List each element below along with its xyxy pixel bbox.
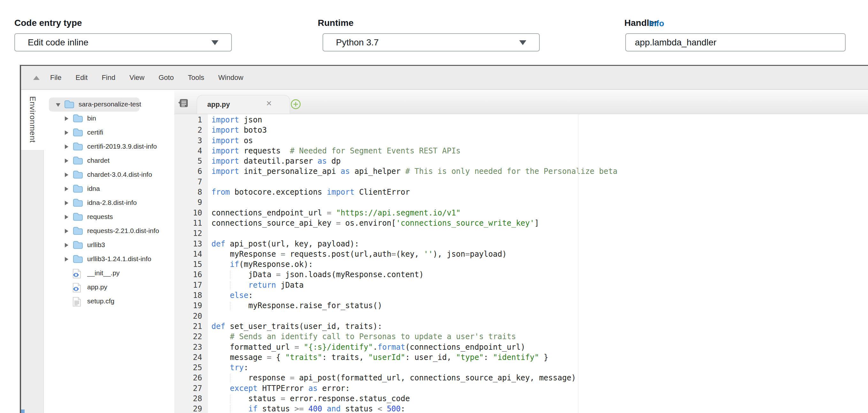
menu-item-goto[interactable]: Goto	[158, 73, 174, 82]
chevron-down-icon	[519, 40, 526, 45]
folder-icon	[72, 156, 83, 166]
code-entry-type-label: Code entry type	[14, 18, 82, 28]
code-line-28: status = error.response.status_code	[211, 393, 868, 404]
sidebar-tab-environment[interactable]: Environment	[21, 90, 44, 150]
runtime-select[interactable]: Python 3.7	[322, 33, 540, 52]
tree-item-certifi[interactable]: certifi	[44, 126, 195, 140]
close-icon[interactable]: ×	[266, 98, 272, 109]
chevron-closed-icon[interactable]	[65, 243, 68, 247]
line-number: 2	[174, 125, 208, 135]
code-line-15: if(myResponse.ok):	[211, 259, 868, 269]
menu-item-edit[interactable]: Edit	[75, 73, 88, 82]
tree-item-sara-personalize-test[interactable]: sara-personalize-test	[44, 97, 195, 112]
code-line-13: def api_post(url, key, payload):	[211, 239, 868, 249]
tree-item-urllib3-1.24.1.dist-info[interactable]: urllib3-1.24.1.dist-info	[44, 252, 195, 266]
code-line-2: import boto3	[211, 125, 868, 135]
tree-item-idna[interactable]: idna	[44, 182, 195, 196]
code-editor[interactable]: 1234567891011121314151617181920212223242…	[174, 114, 868, 413]
menu-item-find[interactable]: Find	[101, 73, 115, 82]
code-line-25: try:	[211, 362, 868, 373]
tree-item-setup.cfg[interactable]: setup.cfg	[44, 294, 195, 308]
tree-item-label: requests-2.21.0.dist-info	[87, 227, 159, 235]
tree-item-bin[interactable]: bin	[44, 112, 195, 126]
menu-item-tools[interactable]: Tools	[188, 73, 204, 82]
chevron-closed-icon[interactable]	[65, 130, 68, 135]
tree-item-label: bin	[87, 114, 96, 122]
tree-item-label: setup.cfg	[87, 297, 114, 305]
tree-item-label: certifi-2019.3.9.dist-info	[87, 143, 157, 150]
code-line-10: connections_endpoint_url = "https://api.…	[211, 208, 868, 218]
tree-item-urllib3[interactable]: urllib3	[44, 238, 195, 252]
code-line-18: else:	[211, 290, 868, 300]
chevron-closed-icon[interactable]	[65, 145, 68, 149]
code-line-5: import dateutil.parser as dp	[211, 156, 868, 166]
tree-item-label: urllib3-1.24.1.dist-info	[87, 255, 151, 263]
tree-item-requests-2.21.0.dist-info[interactable]: requests-2.21.0.dist-info	[44, 224, 195, 238]
tree-item-certifi-2019.3.9.dist-info[interactable]: certifi-2019.3.9.dist-info	[44, 140, 195, 154]
corner-widget	[21, 410, 25, 413]
tree-item-chardet-3.0.4.dist-info[interactable]: chardet-3.0.4.dist-info	[44, 168, 195, 182]
code-entry-type-select[interactable]: Edit code inline	[14, 33, 232, 52]
file-tree-panel: sara-personalize-testbincertificertifi-2…	[44, 90, 195, 413]
code-line-27: except HTTPError as error:	[211, 383, 868, 393]
code-line-3: import os	[211, 136, 868, 146]
code-pane[interactable]: import jsonimport boto3import osimport r…	[211, 114, 868, 413]
folder-icon	[64, 100, 75, 110]
tree-item-__init__.py[interactable]: __init__.py	[44, 266, 195, 281]
code-line-29: if status >= 400 and status < 500:	[211, 404, 868, 413]
line-number: 12	[174, 228, 208, 238]
tree-item-idna-2.8.dist-info[interactable]: idna-2.8.dist-info	[44, 196, 195, 210]
tree-item-label: idna	[87, 185, 100, 193]
chevron-closed-icon[interactable]	[65, 201, 68, 205]
tree-item-label: chardet	[87, 157, 110, 164]
indent-guide	[230, 374, 230, 382]
tree-item-label: __init__.py	[87, 269, 120, 277]
chevron-open-icon[interactable]	[56, 103, 60, 107]
folder-icon	[72, 226, 83, 237]
tree-item-label: idna-2.8.dist-info	[87, 199, 137, 206]
line-number: 28	[174, 393, 208, 404]
collapse-editor-icon[interactable]	[33, 76, 40, 80]
tree-item-requests[interactable]: requests	[44, 210, 195, 224]
code-line-7	[211, 177, 868, 187]
add-tab-icon[interactable]	[290, 99, 301, 109]
code-line-24: message = { "traits": traits, "userId": …	[211, 352, 868, 362]
code-line-14: myResponse = requests.post(url,auth=(key…	[211, 249, 868, 259]
menu-item-view[interactable]: View	[129, 73, 144, 82]
chevron-closed-icon[interactable]	[65, 229, 68, 233]
chevron-closed-icon[interactable]	[65, 215, 68, 219]
code-line-20	[211, 311, 868, 321]
file-python-icon	[72, 283, 81, 294]
line-number: 1	[174, 115, 208, 125]
lambda-code-editor-page: Code entry type Runtime Handler Info Edi…	[0, 0, 868, 413]
menu-item-file[interactable]: File	[50, 73, 61, 82]
line-number: 29	[174, 404, 208, 413]
menu-bar: FileEditFindViewGotoToolsWindow	[21, 66, 868, 90]
tab-list-icon[interactable]	[178, 99, 188, 109]
chevron-closed-icon[interactable]	[65, 173, 68, 177]
folder-icon	[72, 198, 83, 208]
tab-label: app.py	[207, 100, 230, 109]
indent-guide	[230, 281, 230, 290]
handler-input[interactable]: app.lambda_handler	[625, 33, 846, 52]
tab-app-py[interactable]: app.py ×	[197, 95, 290, 114]
tree-item-label: app.py	[87, 283, 107, 291]
chevron-closed-icon[interactable]	[65, 158, 68, 163]
editor-tab-strip: app.py ×	[174, 90, 868, 114]
menu-item-window[interactable]: Window	[218, 73, 243, 82]
chevron-closed-icon[interactable]	[65, 257, 68, 262]
tree-item-label: chardet-3.0.4.dist-info	[87, 171, 152, 178]
tree-item-chardet[interactable]: chardet	[44, 154, 195, 168]
line-number: 3	[174, 136, 208, 146]
code-line-23: formatted_url = "{:s}/identify".format(c…	[211, 342, 868, 352]
line-number: 13	[174, 239, 208, 249]
chevron-closed-icon[interactable]	[65, 116, 68, 121]
indent-guide	[230, 395, 230, 403]
line-number: 11	[174, 218, 208, 228]
handler-info-link[interactable]: Info	[649, 19, 664, 28]
code-line-21: def set_user_traits(user_id, traits):	[211, 321, 868, 331]
line-number-gutter[interactable]: 1234567891011121314151617181920212223242…	[174, 114, 208, 413]
tree-item-app.py[interactable]: app.py	[44, 281, 195, 294]
line-number: 17	[174, 280, 208, 290]
chevron-closed-icon[interactable]	[65, 187, 68, 191]
